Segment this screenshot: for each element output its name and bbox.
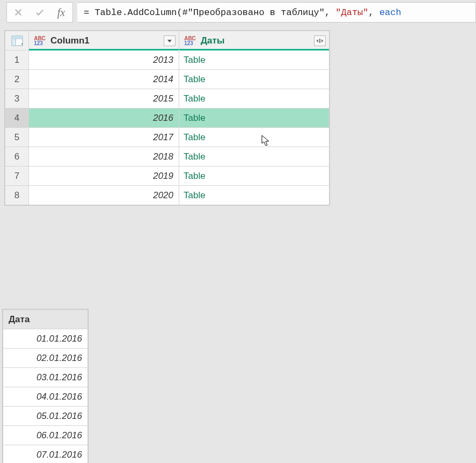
table-row[interactable]: 32015Table	[5, 89, 329, 108]
preview-cell[interactable]: 06.01.2016	[3, 426, 88, 445]
preview-cell[interactable]: 03.01.2016	[3, 368, 88, 387]
column-filter-button[interactable]	[164, 35, 175, 46]
column-header-column1[interactable]: ABC 123 Column1	[29, 31, 179, 50]
formula-kw: each	[379, 8, 401, 18]
table-row[interactable]: 22014Table	[5, 70, 329, 89]
data-grid: ABC 123 Column1	[4, 30, 330, 206]
datatype-any-icon[interactable]: ABC 123	[32, 34, 47, 47]
cell-table-link[interactable]: Table	[179, 50, 329, 70]
select-all-corner[interactable]	[5, 31, 29, 50]
preview-cell[interactable]: 04.01.2016	[3, 387, 88, 407]
preview-row[interactable]: 02.01.2016	[3, 349, 88, 368]
preview-cell[interactable]: 05.01.2016	[3, 407, 88, 426]
formula-str-arg: "Даты"	[335, 8, 368, 18]
table-row[interactable]: 42016Table	[5, 108, 329, 128]
table-row[interactable]: 62018Table	[5, 147, 329, 167]
fx-icon: fx	[54, 5, 68, 19]
formula-prefix: =	[84, 8, 94, 18]
row-header[interactable]: 4	[5, 108, 29, 128]
cell-table-link[interactable]: Table	[179, 147, 329, 167]
preview-table: Дата 01.01.201602.01.201603.01.201604.01…	[2, 309, 89, 463]
preview-row[interactable]: 07.01.2016	[3, 445, 88, 464]
cell-table-link[interactable]: Table	[179, 128, 329, 147]
svg-marker-8	[167, 40, 172, 42]
cell-column1[interactable]: 2014	[29, 70, 179, 89]
datatype-any-icon[interactable]: ABC 123	[182, 34, 197, 47]
formula-bar: fx = Table.AddColumn(#"Преобразовано в т…	[0, 0, 476, 25]
cell-column1[interactable]: 2020	[29, 186, 179, 205]
formula-fn: Table.AddColumn(	[94, 8, 182, 18]
preview-row[interactable]: 03.01.2016	[3, 368, 88, 387]
column-name: Column1	[50, 35, 160, 46]
expand-column-button[interactable]	[314, 35, 326, 46]
preview-row[interactable]: 05.01.2016	[3, 407, 88, 426]
table-row[interactable]: 72019Table	[5, 167, 329, 186]
svg-rect-6	[12, 36, 16, 46]
formula-actions: fx	[6, 2, 73, 23]
column-name: Даты	[201, 35, 311, 46]
cell-table-link[interactable]: Table	[179, 167, 329, 186]
cell-column1[interactable]: 2015	[29, 89, 179, 108]
row-header[interactable]: 1	[5, 50, 29, 70]
preview-row[interactable]: 06.01.2016	[3, 426, 88, 445]
table-row[interactable]: 82020Table	[5, 186, 329, 205]
quality-bar	[29, 49, 179, 50]
cell-column1[interactable]: 2017	[29, 128, 179, 147]
row-header[interactable]: 2	[5, 70, 29, 89]
row-header[interactable]: 8	[5, 186, 29, 205]
table-row[interactable]: 12013Table	[5, 50, 329, 70]
quality-bar	[179, 49, 329, 50]
cell-table-link[interactable]: Table	[179, 70, 329, 89]
formula-step-ref: #"Преобразовано в таблицу"	[182, 8, 325, 18]
formula-input[interactable]: = Table.AddColumn(#"Преобразовано в табл…	[77, 2, 476, 23]
formula-sep1: ,	[325, 8, 335, 18]
row-header[interactable]: 7	[5, 167, 29, 186]
preview-row[interactable]: 04.01.2016	[3, 387, 88, 407]
cell-table-link[interactable]: Table	[179, 89, 329, 108]
cancel-formula-button[interactable]	[11, 5, 25, 19]
row-header[interactable]: 3	[5, 89, 29, 108]
row-header[interactable]: 5	[5, 128, 29, 147]
table-row[interactable]: 52017Table	[5, 128, 329, 147]
preview-cell[interactable]: 07.01.2016	[3, 445, 88, 464]
cell-table-link[interactable]: Table	[179, 108, 329, 128]
cell-column1[interactable]: 2016	[29, 108, 179, 128]
preview-cell[interactable]: 02.01.2016	[3, 349, 88, 368]
cell-column1[interactable]: 2019	[29, 167, 179, 186]
preview-row[interactable]: 01.01.2016	[3, 329, 88, 349]
preview-header[interactable]: Дата	[3, 310, 88, 329]
preview-cell[interactable]: 01.01.2016	[3, 329, 88, 349]
column-header-dates[interactable]: ABC 123 Даты	[179, 31, 329, 50]
cell-column1[interactable]: 2013	[29, 50, 179, 70]
cell-column1[interactable]: 2018	[29, 147, 179, 167]
cell-table-link[interactable]: Table	[179, 186, 329, 205]
row-header[interactable]: 6	[5, 147, 29, 167]
formula-sep2: ,	[369, 8, 379, 18]
confirm-formula-button[interactable]	[33, 5, 47, 19]
